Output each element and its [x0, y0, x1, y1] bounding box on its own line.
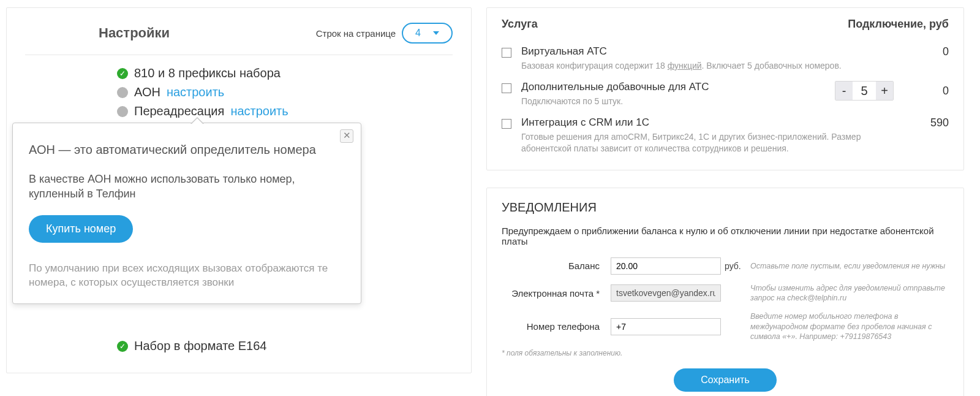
rows-per-page-label: Строк на странице: [316, 28, 396, 39]
service-checkbox[interactable]: [502, 119, 511, 129]
popover-note: По умолчанию при всех исходящих вызовах …: [29, 261, 345, 291]
functions-link[interactable]: функций: [668, 61, 702, 70]
email-label: Электронная почта *: [502, 288, 600, 299]
aon-popover: ✕ АОН — это автоматический определитель …: [12, 123, 361, 304]
notifications-title: УВЕДОМЛЕНИЯ: [502, 200, 949, 215]
required-note: * поля обязательны к заполнению.: [502, 349, 949, 357]
service-title: Интеграция с CRM или 1С: [521, 116, 908, 129]
dot-icon: [117, 87, 128, 98]
service-desc: Базовая конфигурация содержит 18 функций…: [521, 60, 908, 71]
service-row-extensions: Дополнительные добавочные для АТС Подклю…: [502, 76, 949, 112]
service-checkbox[interactable]: [502, 83, 511, 93]
stepper-plus-button[interactable]: +: [876, 81, 893, 101]
services-header-service: Услуга: [502, 18, 538, 31]
popover-title: АОН — это автоматический определитель но…: [29, 142, 345, 158]
service-row-virtual-pbx: Виртуальная АТС Базовая конфигурация сод…: [502, 40, 949, 76]
phone-label: Номер телефона: [502, 321, 600, 332]
stepper-minus-button[interactable]: -: [835, 81, 853, 101]
settings-item-label: 810 и 8 префиксы набора: [134, 66, 281, 80]
service-row-crm: Интеграция с CRM или 1С Готовые решения …: [502, 112, 949, 158]
dot-icon: [117, 106, 128, 117]
quantity-stepper: - 5 +: [835, 81, 894, 101]
save-button[interactable]: Сохранить: [674, 368, 777, 392]
chevron-down-icon: [433, 31, 439, 35]
email-hint: Чтобы изменить адрес для уведомлений отп…: [750, 283, 949, 303]
settings-title: Настройки: [99, 25, 170, 41]
balance-hint: Оставьте поле пустым, если уведомления н…: [750, 261, 949, 271]
balance-label: Баланс: [502, 261, 600, 271]
settings-item-e164: ✓ Набор в формате E164: [117, 339, 453, 353]
popover-close-button[interactable]: ✕: [340, 129, 353, 143]
email-input: [611, 284, 721, 302]
service-price: 590: [918, 116, 949, 129]
balance-unit: руб.: [725, 261, 741, 271]
services-header-price: Подключение, руб: [848, 18, 949, 31]
service-price: 0: [918, 45, 949, 58]
notifications-panel: УВЕДОМЛЕНИЯ Предупреждаем о приближении …: [486, 188, 964, 396]
settings-item-prefixes: ✓ 810 и 8 префиксы набора: [117, 66, 453, 80]
services-panel: Услуга Подключение, руб Виртуальная АТС …: [486, 7, 964, 170]
notifications-subtitle: Предупреждаем о приближении баланса к ну…: [502, 226, 949, 246]
phone-hint: Введите номер мобильного телефона в межд…: [750, 311, 949, 341]
settings-item-label: АОН: [134, 85, 160, 99]
settings-item-label: Переадресация: [134, 104, 224, 118]
settings-item-label: Набор в формате E164: [134, 339, 266, 353]
check-icon: ✓: [117, 341, 128, 352]
settings-item-aon: АОН настроить: [117, 85, 453, 99]
service-checkbox[interactable]: [502, 48, 511, 58]
settings-item-forwarding: Переадресация настроить: [117, 104, 453, 118]
stepper-value: 5: [853, 84, 876, 98]
service-title: Виртуальная АТС: [521, 45, 908, 58]
check-icon: ✓: [117, 68, 128, 79]
balance-input[interactable]: [611, 257, 721, 275]
rows-per-page-select[interactable]: 4: [402, 23, 453, 44]
service-title: Дополнительные добавочные для АТС: [521, 81, 825, 93]
buy-number-button[interactable]: Купить номер: [29, 215, 133, 243]
phone-input[interactable]: [611, 318, 721, 335]
forwarding-configure-link[interactable]: настроить: [230, 104, 288, 118]
aon-configure-link[interactable]: настроить: [167, 85, 224, 99]
service-desc: Подключаются по 5 штук.: [521, 96, 825, 107]
service-desc: Готовые решения для amoCRM, Битрикс24, 1…: [521, 131, 908, 153]
popover-body: В качестве АОН можно использовать только…: [29, 172, 345, 202]
rows-per-page-value: 4: [415, 28, 421, 39]
service-price: 0: [918, 85, 949, 97]
